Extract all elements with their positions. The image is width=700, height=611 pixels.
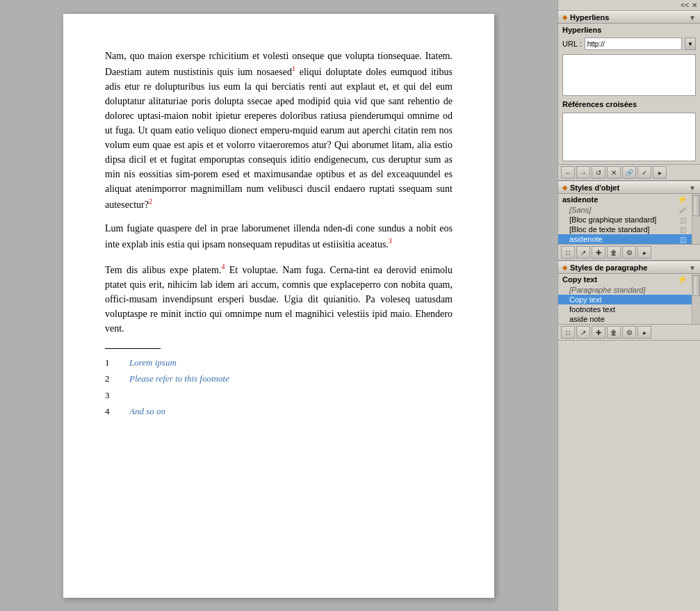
object-styles-current-label: asidenote [562,195,598,204]
para-style-item-copy-text[interactable]: Copy text [558,295,692,304]
cross-ref-label: Références croisées [558,99,700,110]
hyperlinks-section: ◆ Hyperliens ▼ Hyperliens URL : ▼ Référe… [558,11,700,181]
footnote-num: 4 [105,405,115,418]
duplicate-object-style-button[interactable]: ↗ [576,246,590,259]
diamond-icon: ◆ [562,184,567,191]
add-para-style-button[interactable]: ✚ [592,326,605,339]
object-style-more-button[interactable]: ▸ [637,246,651,259]
close-button[interactable]: ✕ [692,1,697,9]
new-para-style-button[interactable]: □ [561,326,575,339]
add-object-style-button[interactable]: ✚ [592,246,605,259]
object-style-settings-button[interactable]: ⚙ [622,246,636,259]
hyperlinks-section-title: Hyperliens [570,13,609,22]
style-icon: ◫ [680,216,686,224]
diamond-icon: ◆ [562,264,567,271]
footnote-text: Please refer to this footnote [129,372,229,386]
collapse-button[interactable]: << [681,1,689,9]
para-styles-section: ◆ Styles de paragraphe ▼ Copy text ⚡ [Pa… [558,261,700,341]
para-styles-list-container: Copy text ⚡ [Paragraphe standard] Copy t… [558,274,700,324]
url-dropdown-button[interactable]: ▼ [685,38,696,50]
object-styles-section: ◆ Styles d'objet ▼ asidenote ⚡ [Sans] 🖉 … [558,181,700,261]
duplicate-para-style-button[interactable]: ↗ [576,326,590,339]
para-styles-scroll-thumb[interactable] [693,275,700,296]
url-row: URL : ▼ [558,36,700,51]
paragraph-3: Tem dis alibus expe platem.4 Et voluptae… [105,261,453,336]
footnote-divider [105,348,161,349]
cross-ref-area[interactable] [562,113,696,161]
para-style-label: [Paragraphe standard] [569,286,645,294]
object-styles-list: asidenote ⚡ [Sans] 🖉 [Bloc graphique sta… [558,194,692,244]
para-style-item-standard[interactable]: [Paragraphe standard] [558,285,692,295]
object-styles-scrollbar[interactable] [692,194,700,244]
delete-hyperlink-button[interactable]: ✕ [607,166,621,179]
paragraph-2: Lum fugiate quaspere del in prae laborum… [105,221,453,252]
delete-object-style-button[interactable]: 🗑 [607,246,621,259]
hyperlinks-section-header: ◆ Hyperliens ▼ [558,11,700,24]
paragraph-1: Nam, quo maion exerspe rchicitium et vol… [105,49,453,211]
forward-button[interactable]: → [576,166,590,179]
object-style-item-sans[interactable]: [Sans] 🖉 [558,205,692,215]
object-style-label: asidenote [569,235,603,243]
page: Nam, quo maion exerspe rchicitium et vol… [63,14,494,598]
sup-4: 4 [221,263,225,270]
para-styles-list: Copy text ⚡ [Paragraphe standard] Copy t… [558,274,692,324]
object-styles-thunder-icon: ⚡ [677,195,687,204]
object-styles-scroll-thumb[interactable] [693,195,700,216]
para-style-more-button[interactable]: ▸ [637,326,651,339]
footnote-num: 2 [105,372,115,386]
para-style-settings-button[interactable]: ⚙ [622,326,636,339]
para-styles-toolbar: □ ↗ ✚ 🗑 ⚙ ▸ [558,324,700,341]
object-styles-list-container: asidenote ⚡ [Sans] 🖉 [Bloc graphique sta… [558,194,700,244]
para-styles-current-label: Copy text [562,275,597,284]
delete-para-style-button[interactable]: 🗑 [607,326,621,339]
link-button[interactable]: 🔗 [622,166,636,179]
object-style-label: [Bloc graphique standard] [569,215,656,224]
url-label: URL : [562,40,582,48]
footnote-text: And so on [129,405,165,418]
para-style-label: footnotes text [569,305,615,313]
footnote-item: 1 Lorem ipsum [105,356,453,370]
hyperlinks-panel-title: Hyperliens [558,24,700,36]
para-styles-section-header: ◆ Styles de paragraphe ▼ [558,261,700,274]
para-style-item-footnotes[interactable]: footnotes text [558,304,692,314]
hyperlinks-text-area[interactable] [562,54,696,96]
sup-2: 2 [149,197,152,205]
style-icon: ◫ [680,236,686,243]
object-styles-section-title: Styles d'objet [570,184,619,192]
para-styles-scrollbar[interactable] [692,274,700,324]
para-styles-section-title: Styles de paragraphe [570,263,647,272]
object-styles-collapse-btn[interactable]: ▼ [689,184,696,192]
object-style-item-bloc-texte[interactable]: [Bloc de texte standard] ◫ [558,225,692,234]
hyperlinks-collapse-btn[interactable]: ▼ [689,14,696,22]
diamond-icon: ◆ [562,14,567,21]
object-style-label: [Sans] [569,206,591,214]
object-style-label: [Bloc de texte standard] [569,225,650,234]
footnote-item: 3 [105,389,453,402]
sup-3: 3 [389,237,392,245]
footnote-num: 3 [105,389,115,402]
style-icon: ◫ [680,226,686,234]
object-style-item-asidenote[interactable]: asidenote ◫ [558,234,692,244]
para-styles-collapse-btn[interactable]: ▼ [689,264,696,272]
footnotes: 1 Lorem ipsum 2 Please refer to this foo… [105,356,453,418]
back-button[interactable]: ← [561,166,575,179]
para-style-label: Copy text [569,295,601,304]
refresh-button[interactable]: ↺ [592,166,605,179]
para-style-item-aside[interactable]: aside note [558,314,692,324]
right-panel: << ✕ ◆ Hyperliens ▼ Hyperliens URL : ▼ R… [557,0,700,611]
object-styles-toolbar: □ ↗ ✚ 🗑 ⚙ ▸ [558,244,700,261]
footnote-text: Lorem ipsum [129,356,177,370]
para-style-label: aside note [569,315,605,323]
url-input[interactable] [585,38,682,50]
object-style-item-bloc-graphique[interactable]: [Bloc graphique standard] ◫ [558,215,692,225]
para-styles-thunder-icon: ⚡ [677,275,687,284]
hyperlinks-toolbar: ← → ↺ ✕ 🔗 ✓ ▸ [558,164,700,181]
sup-1: 1 [292,65,295,72]
panel-top-bar: << ✕ [558,0,700,11]
more-button[interactable]: ▸ [653,166,667,179]
confirm-button[interactable]: ✓ [637,166,651,179]
style-icon: 🖉 [679,206,686,214]
footnote-num: 1 [105,356,115,370]
document-area: Nam, quo maion exerspe rchicitium et vol… [0,0,557,611]
new-object-style-button[interactable]: □ [561,246,575,259]
